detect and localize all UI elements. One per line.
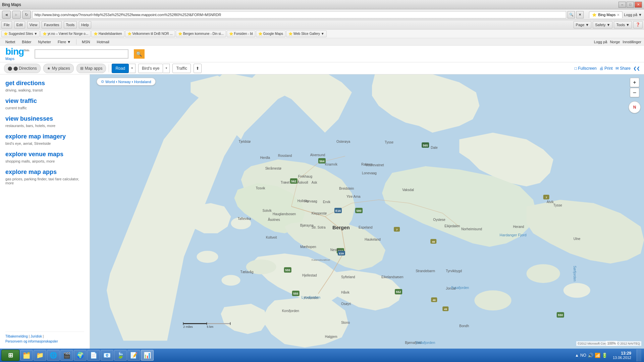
svg-text:Ervik: Ervik (323, 200, 331, 204)
browser-tab[interactable]: ⭐ Bing Maps ✕ (589, 11, 623, 18)
show-desktop-button[interactable] (637, 349, 641, 361)
menu-innstillinger[interactable]: Innstillinger (623, 40, 641, 44)
refresh-button[interactable]: ↻ (22, 11, 31, 19)
window-controls: – □ ✕ (619, 2, 642, 8)
svg-text:Tjeldstø: Tjeldstø (239, 140, 251, 143)
start-icon: ⊞ (8, 352, 13, 359)
svg-text:Halgjem: Halgjem (325, 335, 337, 339)
tray-arrow[interactable]: ▲ (575, 353, 579, 358)
close-button[interactable]: ✕ (635, 2, 642, 8)
favorites-menu[interactable]: Favorites (42, 21, 61, 28)
bing-menubar: Nettet Bilder Nyheter Flere ▼ MSN Hotmai… (0, 38, 644, 46)
taskbar-app-browser[interactable]: 🌍 (74, 350, 87, 361)
maximize-button[interactable]: □ (627, 2, 634, 8)
bookmark-suggested[interactable]: ⭐ Suggested Sites ▼ (1, 31, 40, 37)
taskbar-app-doc[interactable]: 📄 (87, 350, 100, 361)
svg-text:Hjellestad: Hjellestad (302, 274, 317, 277)
menu-hotmail[interactable]: Hotmail (94, 39, 112, 45)
taskbar-app-ie[interactable]: 🌐 (47, 350, 60, 361)
view-menu[interactable]: View (27, 21, 40, 28)
map-apps-button[interactable]: ⊞ Map apps (76, 64, 106, 73)
road-dropdown[interactable]: ▼ (129, 64, 136, 73)
taskbar-app-folder[interactable]: 📁 (34, 350, 46, 361)
taskbar-clock[interactable]: 13:29 13.06.2012 (610, 351, 634, 360)
bookmark-yr[interactable]: ⭐ yr.no – Været for Norge o... (40, 31, 91, 37)
menu-nyheter[interactable]: Nyheter (35, 39, 54, 45)
taskbar-app-word[interactable]: 📝 (127, 350, 140, 361)
menu-flere[interactable]: Flere ▼ (55, 39, 73, 45)
taskbar-app-green[interactable]: 🍃 (114, 350, 127, 361)
map-area[interactable]: 564 562 E16 580 7 565 556 E39 555 (90, 74, 644, 349)
traffic-button[interactable]: Traffic (172, 64, 191, 73)
compass-button[interactable]: N (629, 101, 641, 113)
bookmark-webslice[interactable]: ⭐ Web Slice Gallery ▼ (286, 31, 327, 37)
legal-link[interactable]: Juridisk (31, 335, 42, 338)
svg-text:Tysse: Tysse (385, 140, 394, 144)
taskbar-app-media[interactable]: 🎬 (60, 350, 73, 361)
menu-norge[interactable]: Norge (610, 40, 620, 44)
my-places-button[interactable]: ★ My places (43, 64, 74, 73)
bookmark-bt[interactable]: ⭐ Forsiden - bt (227, 31, 255, 37)
tools-menu[interactable]: Tools (64, 21, 77, 28)
safety-button[interactable]: Safety ▼ (593, 21, 612, 28)
tray-lang[interactable]: NO (580, 353, 586, 358)
minimize-button[interactable]: – (619, 2, 626, 8)
breadcrumb-text: World • Norway • Hordaland (105, 80, 151, 84)
maps-link[interactable]: Maps (5, 57, 29, 61)
view-traffic-link[interactable]: view traffic (5, 98, 84, 105)
titlebar: Bing Maps – □ ✕ (0, 0, 644, 9)
traffic-up-button[interactable]: ⬆ (194, 64, 202, 73)
start-button[interactable]: ⊞ (1, 350, 19, 361)
bookmark-handelsbanken[interactable]: ⭐ Handelsbanken (91, 31, 124, 37)
zoom-out-button[interactable]: – (630, 88, 639, 97)
zoom-in-button[interactable]: + (630, 78, 639, 87)
tab-title: Bing Maps (598, 13, 615, 17)
tab-close-button[interactable]: ✕ (617, 13, 620, 17)
stop-button[interactable]: ✕ (576, 11, 584, 18)
map-breadcrumb[interactable]: ⊙ World • Norway • Hordaland (97, 78, 156, 85)
menu-loggpa[interactable]: Logg på (594, 40, 607, 44)
bing-search-input[interactable] (35, 49, 128, 59)
address-input[interactable] (32, 11, 566, 18)
birds-eye-dropdown[interactable]: ▼ (163, 64, 170, 73)
expand-icon[interactable]: ❮❮ (633, 66, 640, 71)
explore-imagery-link[interactable]: explore map imagery (5, 133, 84, 140)
taskbar-app-ppt[interactable]: 📊 (141, 350, 154, 361)
tray-network[interactable]: 📶 (595, 353, 600, 358)
menu-bilder[interactable]: Bilder (19, 39, 34, 45)
menu-msn[interactable]: MSN (79, 39, 93, 45)
svg-text:Haukeland: Haukeland (365, 238, 381, 241)
page-button[interactable]: Page ▼ (574, 21, 592, 28)
share-button[interactable]: ✉ Share (615, 66, 631, 71)
tray-volume[interactable]: 🔊 (588, 353, 593, 358)
back-button[interactable]: ◄ (2, 11, 11, 19)
taskbar-app-explorer[interactable]: 🗂️ (20, 350, 33, 361)
search-go-button[interactable]: 🔍 (568, 11, 575, 18)
tools-button[interactable]: Tools ▼ (614, 21, 632, 28)
get-directions-link[interactable]: get directions (5, 80, 84, 87)
tray-battery[interactable]: 🔋 (602, 353, 607, 358)
birds-eye-button[interactable]: Bird's eye (138, 64, 163, 73)
directions-button[interactable]: ⬤ ⬤ Directions (4, 64, 41, 73)
help-menu[interactable]: Help (79, 21, 91, 28)
bookmark-bergen[interactable]: ⭐ Bergen kommune - Din si... (176, 31, 226, 37)
bing-search-button[interactable]: 🔍 (134, 49, 145, 59)
forward-button[interactable]: ► (12, 11, 21, 19)
menu-nettet[interactable]: Nettet (3, 39, 18, 45)
help-icon-button[interactable]: ❓ (633, 21, 643, 28)
file-menu[interactable]: File (1, 21, 12, 28)
loggpa-button[interactable]: Logg på ▼ (624, 13, 642, 17)
fullscreen-button[interactable]: □ Fullscreen (575, 66, 597, 71)
taskbar-app-mail[interactable]: 📧 (101, 350, 113, 361)
bookmark-dnb[interactable]: ⭐ Velkommen til DnB NOR ... (125, 31, 175, 37)
road-button[interactable]: Road (112, 64, 129, 73)
view-businesses-link[interactable]: view businesses (5, 115, 84, 122)
edit-menu[interactable]: Edit (14, 21, 25, 28)
privacy-link[interactable]: Personvern og informasjonskapsler (5, 340, 84, 343)
sidebar-footer: Tilbakemelding | Juridisk | Personvern o… (5, 331, 84, 343)
feedback-link[interactable]: Tilbakemelding (5, 335, 28, 338)
print-button[interactable]: 🖨 Print (599, 66, 613, 71)
bookmark-googlemaps[interactable]: ⭐ Google Maps (256, 31, 285, 37)
explore-venue-link[interactable]: explore venue maps (5, 151, 84, 158)
explore-apps-link[interactable]: explore map apps (5, 169, 84, 176)
